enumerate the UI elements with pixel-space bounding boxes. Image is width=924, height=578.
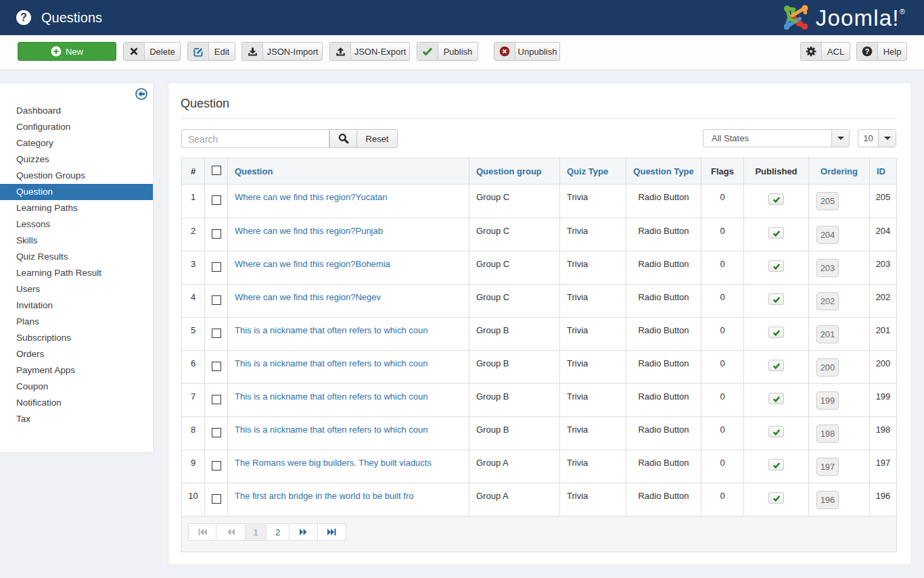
svg-text:?: ? [865, 47, 869, 55]
